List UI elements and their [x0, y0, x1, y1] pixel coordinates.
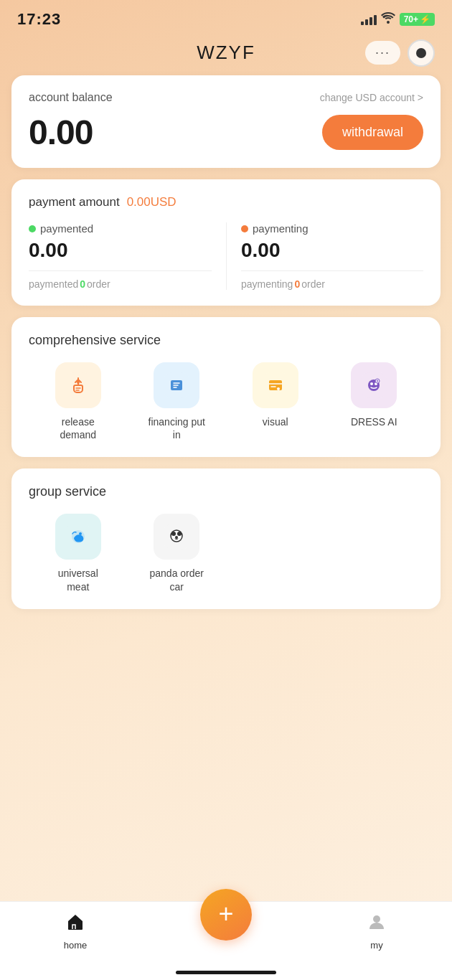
payment-amount-usd: 0.00USD: [127, 195, 176, 209]
balance-label: account balance: [29, 91, 113, 104]
status-icons: 70+⚡: [361, 12, 435, 27]
home-indicator: [176, 971, 276, 974]
my-icon: [367, 912, 387, 937]
group-service-grid: universalmeat panda ordercar: [29, 514, 423, 593]
panda-order-car-label: panda ordercar: [149, 567, 204, 593]
battery-icon: 70+⚡: [400, 13, 435, 26]
dress-ai-label: DRESS AI: [351, 415, 397, 428]
wifi-icon: [381, 12, 395, 27]
paymenting-order-num: 0: [294, 278, 300, 290]
comprehensive-service-card: comprehensive service releasedemand: [11, 317, 441, 457]
status-bar: 17:23 70+⚡: [0, 0, 452, 36]
payment-grid: paymented 0.00 paymented 0 order payment…: [29, 222, 423, 290]
paymented-dot: [29, 225, 36, 232]
bottom-nav: home + my: [0, 901, 452, 980]
svg-point-21: [178, 536, 179, 537]
nav-my[interactable]: my: [301, 912, 452, 951]
plus-icon: +: [218, 901, 233, 927]
nav-add-center: +: [151, 889, 301, 941]
visual-icon: [253, 362, 298, 408]
paymented-order-num: 0: [80, 278, 85, 290]
balance-card-header: account balance change USD account >: [29, 91, 423, 104]
service-item-panda-order-car[interactable]: panda ordercar: [128, 514, 227, 593]
paymenting-order: paymenting 0 order: [241, 278, 423, 290]
release-demand-label: releasedemand: [60, 415, 96, 441]
header-actions: ···: [365, 39, 435, 67]
balance-amount: 0.00: [29, 113, 93, 152]
more-options-button[interactable]: ···: [365, 41, 400, 65]
svg-point-6: [277, 387, 280, 390]
withdrawal-button[interactable]: withdrawal: [322, 115, 423, 150]
svg-point-9: [370, 382, 373, 385]
payment-label: payment amount: [29, 195, 120, 209]
paymenting-dot: [241, 225, 248, 232]
payment-header: payment amount 0.00USD: [29, 195, 423, 209]
paymenting-value: 0.00: [241, 239, 423, 262]
svg-point-22: [373, 915, 380, 923]
svg-rect-5: [269, 380, 282, 390]
svg-point-18: [177, 532, 182, 536]
home-icon: [65, 912, 85, 937]
paymented-col: paymented 0.00 paymented 0 order: [29, 222, 226, 290]
paymenting-divider: [241, 270, 423, 271]
universal-meat-label: universalmeat: [58, 567, 98, 593]
service-item-visual[interactable]: visual: [226, 362, 325, 441]
record-icon: [416, 48, 426, 58]
paymenting-status-row: paymenting: [241, 222, 423, 235]
change-account-link[interactable]: change USD account >: [320, 92, 423, 103]
nav-home-label: home: [64, 940, 88, 951]
service-item-financing-put-in[interactable]: financing putin: [128, 362, 227, 441]
comprehensive-service-grid: releasedemand financing putin: [29, 362, 423, 441]
comprehensive-service-title: comprehensive service: [29, 333, 423, 348]
svg-point-17: [171, 532, 176, 536]
service-item-universal-meat[interactable]: universalmeat: [29, 514, 128, 593]
panda-order-car-icon: [154, 514, 199, 560]
header: WZYF ···: [0, 36, 452, 75]
financing-put-in-label: financing putin: [149, 415, 205, 441]
svg-point-1: [77, 381, 80, 384]
paymented-value: 0.00: [29, 239, 212, 262]
financing-put-in-icon: [154, 362, 199, 408]
status-time: 17:23: [17, 10, 61, 29]
release-demand-icon: [55, 362, 101, 408]
visual-label: visual: [263, 415, 288, 428]
balance-row: 0.00 withdrawal: [29, 113, 423, 152]
paymented-label: paymented: [40, 222, 93, 235]
nav-my-label: my: [370, 940, 382, 951]
paymented-status-row: paymented: [29, 222, 212, 235]
dress-ai-icon: [351, 362, 397, 408]
paymenting-label: paymenting: [253, 222, 309, 235]
group-service-title: group service: [29, 484, 423, 499]
universal-meat-icon: [55, 514, 101, 560]
app-title: WZYF: [197, 42, 255, 64]
paymented-divider: [29, 270, 212, 271]
paymenting-col: paymenting 0.00 paymenting 0 order: [226, 222, 423, 290]
signal-icon: [361, 14, 377, 25]
svg-point-14: [79, 532, 82, 535]
add-button[interactable]: +: [200, 889, 252, 941]
service-item-dress-ai[interactable]: DRESS AI: [325, 362, 424, 441]
svg-point-19: [175, 536, 178, 539]
nav-home[interactable]: home: [0, 912, 151, 951]
svg-point-20: [174, 536, 175, 537]
service-item-release-demand[interactable]: releasedemand: [29, 362, 128, 441]
account-balance-card: account balance change USD account > 0.0…: [11, 75, 441, 168]
group-service-card: group service universalmeat: [11, 468, 441, 608]
payment-amount-card: payment amount 0.00USD paymented 0.00 pa…: [11, 179, 441, 306]
paymented-order: paymented 0 order: [29, 278, 212, 290]
record-button[interactable]: [408, 39, 435, 67]
